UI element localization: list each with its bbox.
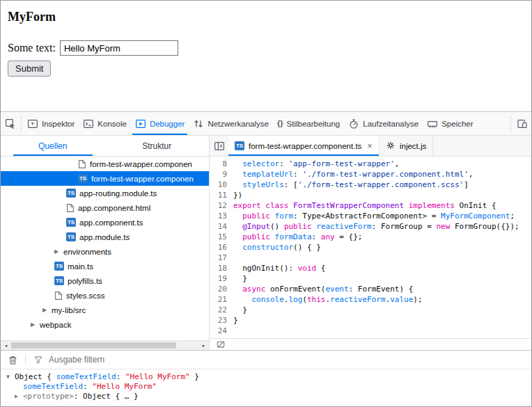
tree-item-polyfills-ts[interactable]: TSpolyfills.ts [1,273,209,288]
tree-item-label: polyfills.ts [68,277,102,285]
source-tab-form-test-wrapper-component-ts[interactable]: TSform-test-wrapper.component.ts× [228,136,380,156]
tree-item-webpack[interactable]: ▶webpack [1,317,209,332]
collapse-arrow-icon[interactable]: ▼ [6,372,15,382]
separator [510,115,511,131]
console-filter-input[interactable] [49,355,529,365]
tool-tab-laufzeitanalyse[interactable]: Laufzeitanalyse [344,112,423,135]
performance-icon [348,118,359,129]
tree-item-main-ts[interactable]: TSmain.ts [1,259,209,273]
expand-arrow-icon[interactable]: ▶ [54,248,63,255]
line-number[interactable]: 10 [210,179,233,190]
tree-item-label: main.ts [68,262,93,271]
scrollbar-track[interactable] [11,341,198,350]
clear-console-button[interactable] [3,355,22,365]
pretty-print-button[interactable] [211,340,230,349]
expand-arrow-icon[interactable]: ▶ [31,321,40,328]
tool-tab-inspektor[interactable]: Inspektor [23,112,79,135]
typescript-file-icon: TS [66,218,76,227]
tool-tab-label: Netzwerkanalyse [208,120,269,128]
debugger-icon [135,118,146,129]
submit-button[interactable]: Submit [8,61,51,77]
tool-tab-label: Laufzeitanalyse [363,120,418,128]
tree-item-form-test-wrapper-componen[interactable]: TSform-test-wrapper.componen [1,171,209,186]
scrollbar-thumb[interactable] [11,342,176,349]
code-line: 19 } [210,273,531,284]
tool-tab-stilbearbeitung[interactable]: {}Stilbearbeitung [273,112,344,135]
code-line: 22 } [210,305,531,315]
line-number[interactable]: 17 [210,253,233,263]
close-tab-icon[interactable]: × [367,141,373,150]
console-row: someTextField: "Hello MyForm" [1,382,531,392]
devtools-toolbar: InspektorKonsoleDebuggerNetzwerkanalyse{… [1,112,531,136]
tool-tab-label: Debugger [150,120,185,128]
separator [25,354,26,365]
tree-item-app-component-ts[interactable]: TSapp.component.ts [1,215,209,230]
typescript-file-icon: TS [54,262,64,271]
code-line: 10 styleUrls: ['./form-test-wrapper.comp… [210,179,531,190]
line-number[interactable]: 22 [210,305,233,315]
tree-item-form-test-wrapper-componen[interactable]: form-test-wrapper.componen [1,157,209,171]
tab-quellen[interactable]: Quellen [1,136,105,156]
text-field-row: Some text: [8,40,524,56]
tree-item-app-component-html[interactable]: app.component.html [1,200,209,215]
tree-item-label: my-lib/src [52,306,86,314]
code-line: 8 selector: 'app-form-test-wrapper', [210,159,531,169]
browser-window: { "page": { "title": "MyForm", "label": … [0,0,532,407]
file-icon [78,159,86,169]
filter-icon [29,355,47,365]
line-number[interactable]: 21 [210,294,233,305]
scroll-left-icon[interactable]: ◂ [1,341,11,351]
hide-sources-panel-button[interactable] [210,136,228,156]
code-text: } [233,315,238,326]
source-tab-label: form-test-wrapper.component.ts [249,142,361,150]
line-number[interactable]: 11 [210,190,233,200]
file-icon [66,203,75,213]
tool-tab-netzwerkanalyse[interactable]: Netzwerkanalyse [189,112,273,135]
line-number[interactable]: 9 [210,169,233,179]
tree-item-label: form-test-wrapper.componen [91,175,194,183]
line-number[interactable]: 20 [210,284,233,294]
line-number[interactable]: 15 [210,232,233,242]
source-tabs-bar: TSform-test-wrapper.component.ts×inject.… [210,136,531,156]
console-row: ▼Object { someTextField: "Hello MyForm" … [1,372,531,382]
tree-item-my-lib-src[interactable]: ▶my-lib/src [1,303,209,317]
tree-horizontal-scrollbar[interactable]: ◂ ▸ [1,340,209,350]
line-number[interactable]: 13 [210,211,233,221]
code-line: 17 [210,253,531,263]
tool-tab-speicher[interactable]: Speicher [423,112,477,135]
tab-struktur[interactable]: Struktur [105,136,210,156]
tree-item-app-module-ts[interactable]: TSapp.module.ts [1,230,209,244]
tree-item-environments[interactable]: ▶environments [1,244,209,259]
code-text: ngOnInit(): void { [233,263,325,273]
scroll-right-icon[interactable]: ▸ [198,341,209,351]
code-line: 20 async onFormEvent(event: FormEvent) { [210,284,531,294]
code-line: 18 ngOnInit(): void { [210,263,531,273]
line-number[interactable]: 23 [210,315,233,326]
responsive-design-mode-button[interactable] [513,112,531,135]
source-tabs: TSform-test-wrapper.component.ts×inject.… [228,136,433,156]
file-icon [54,291,63,301]
line-number[interactable]: 18 [210,263,233,273]
expand-arrow-icon[interactable]: ▶ [15,392,23,401]
tool-tab-label: Konsole [97,120,127,128]
source-tab-inject-js[interactable]: inject.js [380,136,433,156]
tree-item-app-routing-module-ts[interactable]: TSapp-routing.module.ts [1,186,209,200]
code-text: }) [233,190,242,200]
expand-arrow-icon[interactable]: ▶ [42,307,52,313]
line-number[interactable]: 12 [210,200,233,211]
tree-item-label: form-test-wrapper.componen [90,160,192,168]
code-line: 9 templateUrl: './form-test-wrapper.comp… [210,169,531,179]
line-number[interactable]: 14 [210,221,233,232]
tree-item-label: environments [63,248,111,256]
pick-element-button[interactable] [1,112,19,135]
line-number[interactable]: 19 [210,273,233,284]
some-text-input[interactable] [60,40,178,56]
line-number[interactable]: 16 [210,242,233,253]
code-text: export class FormTestWrapperComponent im… [233,200,496,211]
tool-tab-debugger[interactable]: Debugger [131,112,189,135]
line-number[interactable]: 8 [210,159,233,169]
line-number[interactable]: 24 [210,326,233,336]
tool-tab-konsole[interactable]: Konsole [79,112,131,135]
memory-icon [427,118,438,129]
tree-item-styles-scss[interactable]: styles.scss [1,288,209,303]
